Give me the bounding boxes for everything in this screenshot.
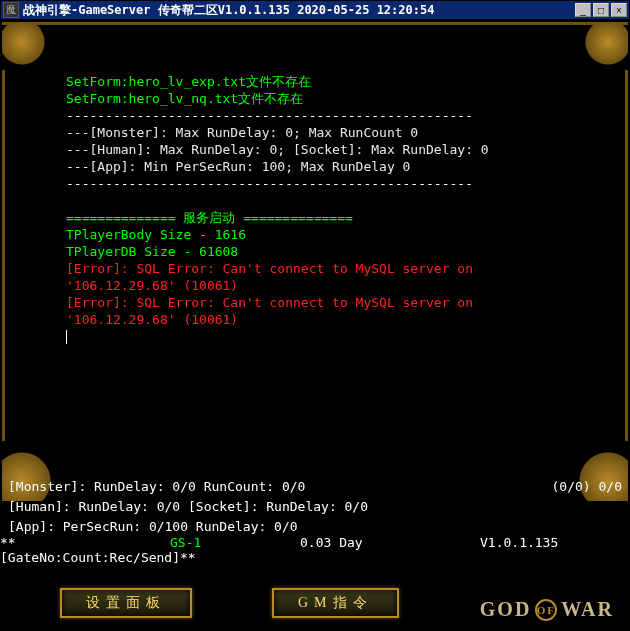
logo-text-war: WAR	[561, 598, 614, 621]
stats-row-app: [App]: PerSecRun: 0/100 RunDelay: 0/0	[8, 517, 622, 537]
log-error: [Error]: SQL Error: Can't connect to MyS…	[66, 295, 473, 310]
gate-info: **[GateNo:Count:Rec/Send]** GS-1 0.03 Da…	[0, 535, 622, 565]
stats-monster-right: (0/0) 0/0	[552, 477, 622, 497]
god-of-war-logo: GOD OF WAR	[480, 598, 614, 621]
log-error: '106.12.29.68' (10061)	[66, 312, 238, 327]
stats-human: [Human]: RunDelay: 0/0 [Socket]: RunDela…	[8, 497, 622, 517]
gate-uptime: 0.03 Day	[300, 535, 480, 565]
log-error: [Error]: SQL Error: Can't connect to MyS…	[66, 261, 473, 276]
ornate-border-left	[2, 70, 5, 441]
log-error: '106.12.29.68' (10061)	[66, 278, 238, 293]
gate-version: V1.0.1.135	[480, 535, 622, 565]
titlebar: 魔 战神引擎-GameServer 传奇帮二区V1.0.1.135 2020-0…	[0, 0, 630, 20]
gate-gs: GS-1	[170, 535, 300, 565]
log-separator: ----------------------------------------…	[66, 176, 473, 191]
ornate-border-right	[625, 70, 628, 441]
app-icon: 魔	[3, 2, 19, 18]
gate-label: **[GateNo:Count:Rec/Send]**	[0, 535, 170, 565]
logo-text-god: GOD	[480, 598, 532, 621]
log-line: TPlayerDB Size - 61608	[66, 244, 238, 259]
log-line: SetForm:hero_lv_exp.txt文件不存在	[66, 74, 311, 89]
gm-command-button[interactable]: GM指令	[272, 588, 399, 618]
stats-monster: [Monster]: RunDelay: 0/0 RunCount: 0/0	[8, 477, 552, 497]
maximize-button[interactable]: □	[593, 3, 609, 17]
log-line: ---[App]: Min PerSecRun: 100; Max RunDel…	[66, 159, 410, 174]
console-output: SetForm:hero_lv_exp.txt文件不存在 SetForm:her…	[60, 50, 570, 441]
minimize-button[interactable]: _	[575, 3, 591, 17]
log-separator: ----------------------------------------…	[66, 108, 473, 123]
window-title: 战神引擎-GameServer 传奇帮二区V1.0.1.135 2020-05-…	[23, 2, 575, 19]
text-caret	[66, 330, 67, 344]
log-line: ---[Human]: Max RunDelay: 0; [Socket]: M…	[66, 142, 489, 157]
logo-omega-icon: OF	[535, 599, 557, 621]
log-line: ---[Monster]: Max RunDelay: 0; Max RunCo…	[66, 125, 418, 140]
stats-row-monster: [Monster]: RunDelay: 0/0 RunCount: 0/0 (…	[8, 477, 622, 497]
window-controls: _ □ ×	[575, 3, 627, 17]
window-body: SetForm:hero_lv_exp.txt文件不存在 SetForm:her…	[0, 20, 630, 631]
log-line: ============== 服务启动 ==============	[66, 210, 353, 225]
settings-panel-button[interactable]: 设置面板	[60, 588, 192, 618]
close-button[interactable]: ×	[611, 3, 627, 17]
log-line: SetForm:hero_lv_nq.txt文件不存在	[66, 91, 303, 106]
stats-app: [App]: PerSecRun: 0/100 RunDelay: 0/0	[8, 517, 622, 537]
stats-row-human: [Human]: RunDelay: 0/0 [Socket]: RunDela…	[8, 497, 622, 517]
log-line: TPlayerBody Size - 1616	[66, 227, 246, 242]
stats-panel: [Monster]: RunDelay: 0/0 RunCount: 0/0 (…	[8, 477, 622, 537]
